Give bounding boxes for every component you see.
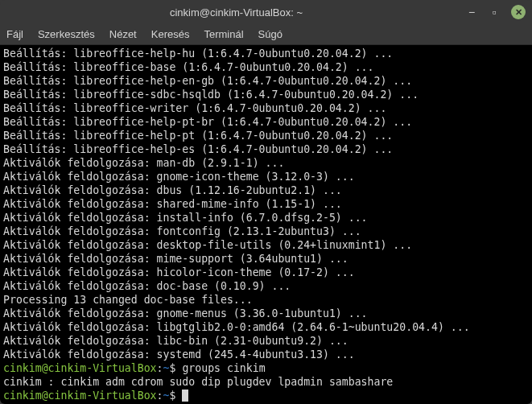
output-line: Beállítás: libreoffice-help-hu (1:6.4.7-… <box>3 47 393 60</box>
prompt-suffix: $ <box>169 390 175 402</box>
maximize-button[interactable]: ▫ <box>489 6 500 18</box>
output-line: Aktiválók feldolgozása: dbus (1.12.16-2u… <box>3 184 342 196</box>
output-line: Aktiválók feldolgozása: mime-support (3.… <box>3 253 348 265</box>
output-line: Aktiválók feldolgozása: man-db (2.9.1-1)… <box>3 157 284 169</box>
menu-terminal[interactable]: Terminál <box>204 28 243 40</box>
output-line: Beállítás: libreoffice-writer (1:6.4.7-0… <box>3 102 386 114</box>
output-line: Aktiválók feldolgozása: fontconfig (2.13… <box>3 225 361 237</box>
output-line: Beállítás: libreoffice-base (1:6.4.7-0ub… <box>3 61 374 73</box>
output-line: Aktiválók feldolgozása: gnome-icon-theme… <box>3 171 355 183</box>
terminal-output[interactable]: Beállítás: libreoffice-help-hu (1:6.4.7-… <box>0 45 532 404</box>
menu-view[interactable]: Nézet <box>109 28 137 40</box>
output-line: Beállítás: libreoffice-help-pt (1:6.4.7-… <box>3 130 393 142</box>
output-line: Aktiválók feldolgozása: gnome-menus (3.3… <box>3 307 368 319</box>
prompt-suffix: $ <box>169 362 175 374</box>
prompt-sep: : <box>157 390 163 402</box>
output-line: Aktiválók feldolgozása: libgtglib2.0-0:a… <box>3 321 470 333</box>
prompt-userhost: cinkim@cinkim-VirtualBox <box>3 390 157 402</box>
menu-search[interactable]: Keresés <box>151 28 190 40</box>
menu-file[interactable]: Fájl <box>6 28 23 40</box>
menu-bar: Fájl Szerkesztés Nézet Keresés Terminál … <box>0 24 532 45</box>
prompt-userhost: cinkim@cinkim-VirtualBox <box>3 362 157 374</box>
output-line: Aktiválók feldolgozása: doc-base (0.10.9… <box>3 280 291 292</box>
output-line: Beállítás: libreoffice-help-pt-br (1:6.4… <box>3 116 412 128</box>
menu-help[interactable]: Súgó <box>258 28 282 40</box>
output-line: Aktiválók feldolgozása: systemd (245.4-4… <box>3 348 355 361</box>
close-button[interactable]: ✕ <box>511 5 526 19</box>
close-icon: ✕ <box>515 7 522 18</box>
command-text: groups cinkim <box>182 362 265 374</box>
window-controls: − ▫ ✕ <box>466 5 526 19</box>
output-line: Aktiválók feldolgozása: desktop-file-uti… <box>3 239 412 251</box>
prompt-sep: : <box>157 362 163 374</box>
window-title: cinkim@cinkim-VirtualBox: ~ <box>6 6 466 19</box>
title-bar: cinkim@cinkim-VirtualBox: ~ − ▫ ✕ <box>0 0 532 24</box>
output-line: Aktiválók feldolgozása: hicolor-icon-the… <box>3 266 355 278</box>
menu-edit[interactable]: Szerkesztés <box>38 28 95 40</box>
output-line: Beállítás: libreoffice-help-es (1:6.4.7-… <box>3 143 393 155</box>
output-line: Beállítás: libreoffice-sdbc-hsqldb (1:6.… <box>3 89 419 101</box>
output-line: cinkim : cinkim adm cdrom sudo dip plugd… <box>3 376 393 388</box>
output-line: Aktiválók feldolgozása: install-info (6.… <box>3 212 368 224</box>
output-line: Beállítás: libreoffice-help-en-gb (1:6.4… <box>3 75 412 87</box>
minimize-button[interactable]: − <box>466 6 477 18</box>
cursor <box>182 390 188 402</box>
output-line: Aktiválók feldolgozása: shared-mime-info… <box>3 198 342 210</box>
output-line: Aktiválók feldolgozása: libc-bin (2.31-0… <box>3 335 348 347</box>
output-line: Processing 13 changed doc-base files... <box>3 294 253 306</box>
